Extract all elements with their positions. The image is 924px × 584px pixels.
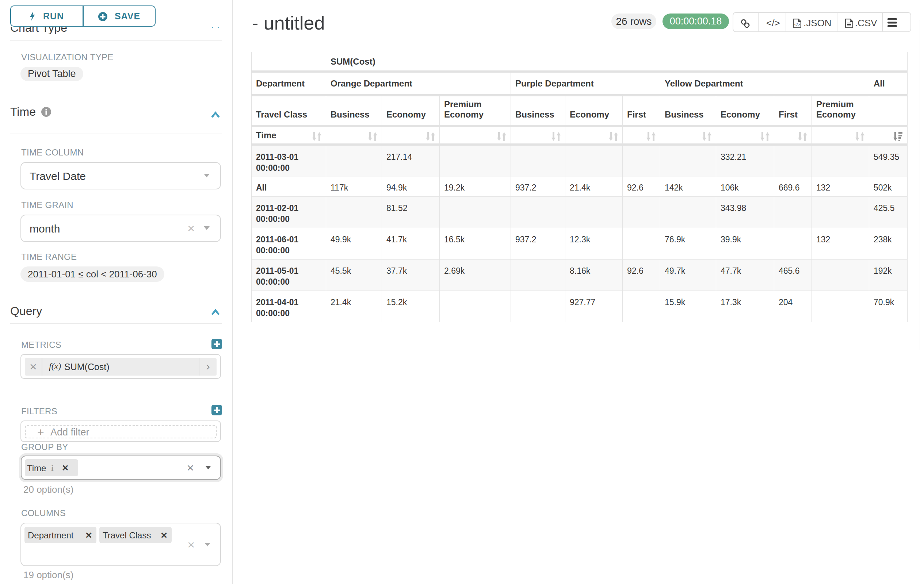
svg-text:</>: </> <box>794 22 800 26</box>
